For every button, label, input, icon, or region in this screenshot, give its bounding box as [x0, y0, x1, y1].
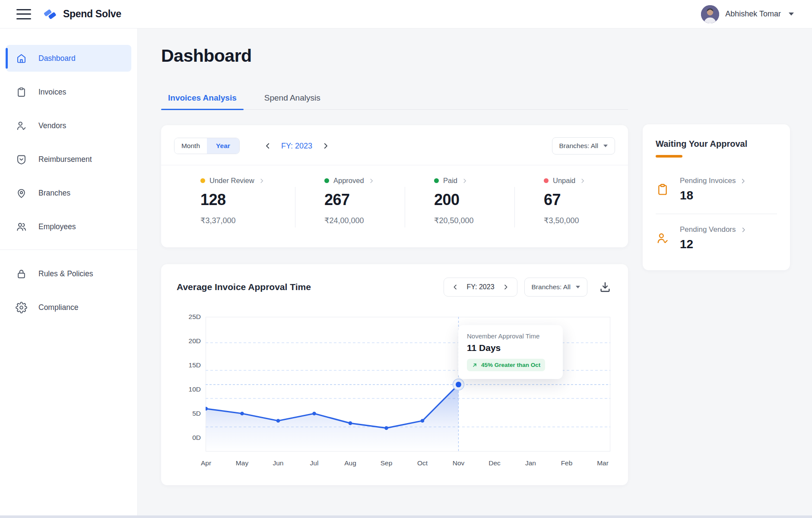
lock-icon	[16, 268, 27, 280]
pending-vendors-value: 12	[680, 237, 747, 251]
period-year-button[interactable]: Year	[207, 138, 239, 154]
x-axis-tick: Apr	[201, 459, 211, 467]
sidebar-item-dashboard[interactable]: Dashboard	[6, 45, 131, 72]
map-pin-icon	[16, 187, 27, 199]
status-dot	[434, 178, 439, 183]
chevron-right-icon[interactable]	[462, 178, 468, 184]
y-axis-tick: 0D	[170, 433, 201, 442]
period-month-button[interactable]: Month	[174, 138, 207, 154]
sidebar-divider	[0, 250, 137, 250]
x-axis-tick: Oct	[417, 459, 428, 467]
y-axis-tick: 25D	[170, 313, 201, 321]
stat-amount: ₹24,00,000	[324, 216, 405, 225]
approval-time-chart-card: Average Invoice Approval Time FY: 2023 B…	[161, 264, 628, 485]
sidebar-item-invoices[interactable]: Invoices	[6, 79, 131, 105]
gear-icon	[16, 302, 27, 313]
clipboard-icon	[16, 86, 27, 98]
status-dot	[544, 178, 549, 183]
y-axis-tick: 5D	[170, 409, 201, 418]
branches-dropdown-label: Branches: All	[559, 142, 598, 150]
status-dot	[200, 178, 205, 183]
sidebar-item-employees[interactable]: Employees	[6, 213, 131, 240]
stats-filter-row: Month Year FY: 2023 Branches: All	[174, 137, 615, 155]
sidebar-item-vendors[interactable]: Vendors	[6, 112, 131, 139]
chart-tooltip: November Approval Time 11 Days 45% Great…	[458, 325, 563, 379]
chevron-right-icon[interactable]	[259, 178, 265, 184]
brand: Spend Solve	[42, 7, 121, 22]
chevron-right-icon[interactable]	[580, 178, 586, 184]
stat-count: 267	[324, 191, 405, 209]
stat-count: 67	[544, 191, 615, 209]
invoice-stats-card: Month Year FY: 2023 Branches: All	[161, 125, 628, 247]
stat-paid: Paid 200 ₹20,50,000	[405, 177, 514, 225]
brand-name: Spend Solve	[63, 8, 121, 20]
tab-bar: Invoices Analysis Spend Analysis	[161, 90, 628, 110]
stat-amount: ₹3,50,000	[544, 216, 615, 225]
sidebar-item-label: Branches	[38, 189, 70, 198]
x-axis-tick: May	[236, 459, 248, 467]
tooltip-title: November Approval Time	[467, 332, 554, 340]
stat-amount: ₹3,37,000	[200, 216, 295, 225]
clipboard-icon	[656, 183, 669, 196]
pending-vendors-item[interactable]: Pending Vendors 12	[656, 214, 777, 262]
stat-count: 128	[200, 191, 295, 209]
fiscal-year-label: FY: 2023	[281, 142, 312, 151]
vendor-check-icon	[656, 231, 669, 245]
hamburger-menu-icon[interactable]	[16, 9, 31, 19]
fiscal-year-selector: FY: 2023	[264, 142, 330, 151]
waiting-approval-card: Waiting Your Approval Pending Invoices 1…	[643, 124, 790, 270]
chevron-right-icon[interactable]	[322, 142, 330, 150]
sidebar-item-rules-policies[interactable]: Rules & Policies	[6, 260, 131, 287]
chevron-down-icon[interactable]	[789, 13, 794, 16]
sidebar-item-label: Compliance	[38, 303, 78, 312]
tab-spend-analysis[interactable]: Spend Analysis	[257, 90, 327, 109]
pending-invoices-label: Pending Invoices	[680, 177, 736, 185]
user-menu[interactable]: Abhishek Tomar	[701, 5, 794, 23]
spend-solve-logo-icon	[42, 7, 58, 22]
stat-label: Approved	[333, 177, 364, 185]
approval-time-chart: November Approval Time 11 Days 45% Great…	[161, 264, 628, 485]
period-toggle: Month Year	[174, 138, 240, 154]
sidebar-item-label: Employees	[38, 222, 76, 231]
chevron-right-icon	[740, 227, 747, 233]
pocket-icon	[16, 154, 27, 165]
stat-under-review: Under Review 128 ₹3,37,000	[174, 177, 295, 225]
approval-card-title: Waiting Your Approval	[656, 139, 777, 149]
people-icon	[16, 221, 27, 233]
sidebar-item-compliance[interactable]: Compliance	[6, 294, 131, 321]
stat-count: 200	[434, 191, 514, 209]
stat-label: Paid	[443, 177, 457, 185]
vendor-check-icon	[16, 120, 27, 132]
x-axis-tick: Mar	[597, 459, 609, 467]
sidebar-item-branches[interactable]: Branches	[6, 180, 131, 206]
pending-invoices-value: 18	[680, 189, 746, 202]
x-axis-tick: Aug	[344, 459, 356, 467]
chevron-down-icon	[603, 145, 608, 147]
chevron-right-icon	[740, 178, 746, 184]
sidebar-item-label: Vendors	[38, 121, 66, 130]
avatar[interactable]	[701, 5, 719, 23]
tooltip-trend-badge: 45% Greater than Oct	[467, 359, 545, 371]
branches-dropdown[interactable]: Branches: All	[552, 137, 615, 155]
chevron-right-icon[interactable]	[368, 178, 374, 184]
approval-accent-bar	[656, 155, 682, 158]
y-axis-tick: 10D	[170, 385, 201, 394]
y-axis-tick: 20D	[170, 337, 201, 345]
stat-amount: ₹20,50,000	[434, 216, 514, 225]
stat-label: Under Review	[209, 177, 254, 185]
sidebar-item-label: Reimbursement	[38, 155, 92, 164]
stats-row: Under Review 128 ₹3,37,000 Approved 267 …	[174, 165, 615, 225]
chevron-left-icon[interactable]	[264, 142, 272, 150]
home-icon	[16, 53, 27, 64]
sidebar-item-reimbursement[interactable]: Reimbursement	[6, 146, 131, 173]
tooltip-badge-text: 45% Greater than Oct	[481, 362, 540, 368]
pending-invoices-item[interactable]: Pending Invoices 18	[656, 165, 777, 214]
status-dot	[324, 178, 329, 183]
x-axis-tick: Jan	[525, 459, 536, 467]
sidebar-item-label: Rules & Policies	[38, 269, 93, 278]
stat-approved: Approved 267 ₹24,00,000	[295, 177, 405, 225]
sidebar: Dashboard Invoices Vendors Reimburs	[0, 28, 138, 518]
tab-invoices-analysis[interactable]: Invoices Analysis	[161, 90, 244, 109]
user-name: Abhishek Tomar	[725, 9, 781, 19]
page-title: Dashboard	[161, 46, 252, 66]
